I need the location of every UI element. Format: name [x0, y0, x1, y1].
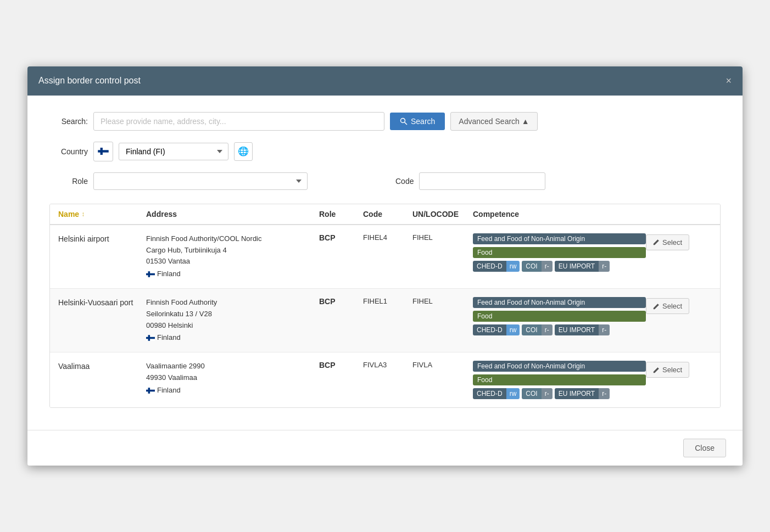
row1-badge-euimport: EU IMPORT — [555, 261, 599, 272]
svg-rect-10 — [148, 335, 150, 341]
edit-icon — [653, 367, 660, 373]
finland-flag-icon — [98, 148, 109, 155]
svg-line-1 — [405, 122, 408, 125]
globe-button[interactable]: 🌐 — [234, 142, 253, 161]
row3-flag-icon — [146, 388, 155, 394]
row2-badge-euimport: EU IMPORT — [555, 324, 599, 335]
row3-address: Vaalimaantie 2990 49930 Vaalimaa Finland — [146, 361, 319, 396]
sort-icon: ↕ — [81, 210, 85, 218]
row2-flag-icon — [146, 335, 155, 341]
advanced-search-label: Advanced Search ▲ — [459, 117, 529, 126]
row1-badge-coi: COI — [522, 261, 541, 272]
col-role-header: Role — [319, 210, 363, 219]
search-label: Search: — [49, 117, 88, 126]
row1-unlocode: FIHEL — [412, 233, 473, 242]
row3-badge-rw: rw — [506, 388, 520, 399]
row1-badge-food: Food — [473, 247, 646, 258]
svg-rect-13 — [148, 388, 150, 394]
country-select[interactable]: Finland (FI) — [119, 143, 228, 160]
row1-role: BCP — [319, 233, 363, 242]
row1-action: Select — [646, 233, 712, 250]
row1-name: Helsinki airport — [58, 233, 146, 243]
search-button[interactable]: Search — [390, 113, 445, 130]
row2-chedd-group: CHED-D rw — [473, 324, 520, 335]
row1-badges-row: CHED-D rw COI r- EU IMPORT r- — [473, 261, 646, 272]
row3-competence: Feed and Food of Non-Animal Origin Food … — [473, 361, 646, 399]
svg-rect-3 — [98, 150, 109, 153]
modal-body: Search: Search Advanced Search ▲ Country — [27, 96, 743, 430]
col-competence-header: Competence — [473, 210, 646, 219]
row3-badge-euimport: EU IMPORT — [555, 388, 599, 399]
row3-badge-r2: r- — [599, 388, 610, 399]
role-filter-row: Role Code — [49, 172, 721, 190]
row1-code: FIHEL4 — [363, 233, 412, 242]
svg-rect-7 — [148, 271, 150, 277]
results-table: Name ↕ Address Role Code UN/LOCODE Compe… — [49, 204, 721, 408]
globe-icon: 🌐 — [238, 146, 249, 156]
table-row: Helsinki airport Finnish Food Authority/… — [50, 225, 720, 289]
row2-select-button[interactable]: Select — [646, 298, 689, 314]
row2-badge-food: Food — [473, 311, 646, 322]
row1-select-button[interactable]: Select — [646, 234, 689, 250]
edit-icon — [653, 239, 660, 245]
row3-badge-ffnao: Feed and Food of Non-Animal Origin — [473, 361, 646, 372]
code-input[interactable] — [419, 172, 545, 190]
advanced-search-button[interactable]: Advanced Search ▲ — [450, 112, 537, 131]
modal-footer: Close — [27, 430, 743, 466]
role-label: Role — [49, 177, 88, 186]
search-icon — [400, 117, 408, 125]
row3-badge-food: Food — [473, 374, 646, 385]
row3-select-button[interactable]: Select — [646, 362, 689, 378]
row3-badge-coi: COI — [522, 388, 541, 399]
row3-role: BCP — [319, 361, 363, 369]
row3-euimport-group: EU IMPORT r- — [555, 388, 610, 399]
row3-badge-r1: r- — [542, 388, 553, 399]
row2-euimport-group: EU IMPORT r- — [555, 324, 610, 335]
row1-badge-ffnao: Feed and Food of Non-Animal Origin — [473, 233, 646, 244]
row2-badge-rw: rw — [506, 324, 520, 335]
svg-rect-6 — [146, 273, 155, 276]
col-address-header: Address — [146, 210, 319, 219]
search-row: Search: Search Advanced Search ▲ — [49, 112, 721, 131]
row3-badge-chedd: CHED-D — [473, 388, 506, 399]
row1-badge-r1: r- — [542, 261, 553, 272]
row2-unlocode: FIHEL — [412, 297, 473, 305]
role-select[interactable] — [93, 172, 308, 190]
row3-name: Vaalimaa — [58, 361, 146, 371]
row3-chedd-group: CHED-D rw — [473, 388, 520, 399]
svg-point-0 — [401, 118, 405, 122]
edit-icon — [653, 303, 660, 310]
svg-rect-4 — [101, 148, 103, 155]
col-unlocode-header: UN/LOCODE — [412, 210, 473, 219]
row1-competence: Feed and Food of Non-Animal Origin Food … — [473, 233, 646, 272]
modal-title: Assign border control post — [38, 76, 141, 86]
row1-badge-chedd: CHED-D — [473, 261, 506, 272]
row1-flag-icon — [146, 271, 155, 277]
row2-badge-ffnao: Feed and Food of Non-Animal Origin — [473, 297, 646, 308]
table-row: Helsinki-Vuosaari port Finnish Food Auth… — [50, 289, 720, 352]
country-filter-row: Country Finland (FI) 🌐 — [49, 142, 721, 161]
modal-close-button[interactable]: × — [726, 75, 732, 87]
search-input[interactable] — [93, 112, 384, 131]
row2-action: Select — [646, 297, 712, 314]
row1-address: Finnish Food Authority/COOL Nordic Cargo… — [146, 233, 319, 280]
row1-badge-rw: rw — [506, 261, 520, 272]
row2-badges-row: CHED-D rw COI r- EU IMPORT r- — [473, 324, 646, 335]
close-button[interactable]: Close — [683, 439, 726, 457]
country-flag — [93, 142, 113, 161]
code-label: Code — [395, 177, 414, 186]
table-row: Vaalimaa Vaalimaantie 2990 49930 Vaalima… — [50, 352, 720, 407]
col-name-header[interactable]: Name ↕ — [58, 210, 146, 219]
col-code-header: Code — [363, 210, 412, 219]
row2-competence: Feed and Food of Non-Animal Origin Food … — [473, 297, 646, 335]
table-header: Name ↕ Address Role Code UN/LOCODE Compe… — [50, 204, 720, 225]
row2-role: BCP — [319, 297, 363, 306]
row3-action: Select — [646, 361, 712, 378]
row2-badge-chedd: CHED-D — [473, 324, 506, 335]
row2-address: Finnish Food Authority Seilorinkatu 13 /… — [146, 297, 319, 344]
country-label: Country — [49, 147, 88, 156]
row2-badge-r2: r- — [599, 324, 610, 335]
row2-badge-r1: r- — [542, 324, 553, 335]
search-button-label: Search — [411, 117, 435, 126]
row3-badges-row: CHED-D rw COI r- EU IMPORT r- — [473, 388, 646, 399]
